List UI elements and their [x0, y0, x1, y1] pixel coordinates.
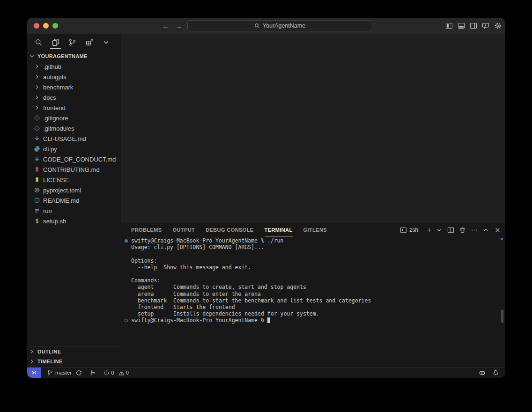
split-terminal-icon[interactable] — [447, 226, 454, 234]
tree-file-item[interactable]: pyproject.toml — [27, 185, 121, 195]
terminal-line: Options: — [131, 258, 498, 264]
panel-tab-output[interactable]: OUTPUT — [173, 223, 195, 236]
feedback-icon[interactable] — [482, 22, 489, 29]
close-window-button[interactable] — [34, 23, 39, 29]
shell-icon: $ — [33, 217, 41, 225]
outline-section-header[interactable]: OUTLINE — [27, 346, 121, 356]
git-icon — [33, 114, 41, 122]
tree-file-item[interactable]: .gitmodules — [27, 123, 121, 133]
chevron-right-icon — [33, 73, 41, 81]
terminal-text: --help Show this message and exit. — [131, 264, 251, 271]
chevron-down-icon[interactable] — [102, 37, 110, 48]
traffic-lights — [34, 23, 58, 29]
tree-file-item[interactable]: $setup.sh — [27, 216, 121, 226]
tree-folder-item[interactable]: frontend — [27, 103, 121, 113]
remote-indicator-button[interactable] — [27, 368, 41, 378]
tree-folder-item[interactable]: docs — [27, 92, 121, 103]
git-branch-status[interactable]: master — [45, 368, 74, 378]
search-icon[interactable] — [35, 37, 43, 48]
file-name: CLI-USAGE.md — [43, 135, 86, 142]
terminal-text: frontend Starts the frontend — [131, 304, 235, 310]
ribbon-yellow-icon — [33, 176, 41, 184]
terminal-text: Commands: — [131, 277, 160, 284]
command-prompt-decoration[interactable] — [125, 319, 128, 322]
panel-header: PROBLEMSOUTPUTDEBUG CONSOLETERMINALGITLE… — [121, 223, 505, 236]
minimize-window-button[interactable] — [43, 23, 49, 29]
gear-icon — [33, 186, 41, 194]
commit-graph-button[interactable] — [88, 368, 98, 378]
git-graph-icon — [89, 369, 96, 376]
terminal-line — [131, 271, 498, 277]
panel-tab-gitlens[interactable]: GITLENS — [303, 223, 327, 236]
git-icon — [33, 125, 41, 132]
file-name: frontend — [43, 104, 66, 111]
terminal-dropdown-chevron-icon[interactable] — [435, 226, 443, 234]
command-center-search[interactable]: YourAgentName — [187, 20, 372, 31]
markdown-icon — [33, 155, 41, 163]
tree-file-item[interactable]: cli.py — [27, 144, 121, 154]
source-control-icon[interactable] — [68, 37, 76, 48]
copilot-icon[interactable] — [479, 369, 486, 376]
chevron-right-icon — [28, 358, 36, 365]
problems-status[interactable]: 0 0 — [103, 370, 132, 376]
tree-file-item[interactable]: CODE_OF_CONDUCT.md — [27, 154, 121, 164]
panel-tab-debug-console[interactable]: DEBUG CONSOLE — [206, 223, 253, 236]
tree-folder-item[interactable]: .github — [27, 61, 121, 72]
tree-file-item[interactable]: README.md — [27, 195, 121, 206]
terminal-text: Usage: cli.py [OPTIONS] COMMAND [ARGS]..… — [131, 244, 264, 250]
explorer-root-folder[interactable]: YOURAGENTNAME — [27, 51, 121, 61]
tree-file-item[interactable]: LICENSE — [27, 175, 121, 185]
bell-icon[interactable] — [492, 369, 499, 376]
chevron-down-icon — [28, 52, 36, 60]
file-name: benchmark — [43, 84, 73, 91]
terminal-shell-tab[interactable]: zsh — [399, 226, 418, 234]
file-name: LICENSE — [43, 177, 69, 184]
zoom-window-button[interactable] — [52, 23, 58, 29]
editor-area[interactable] — [121, 34, 505, 223]
markdown-icon — [33, 135, 41, 142]
command-success-decoration[interactable] — [125, 239, 128, 243]
sync-changes-button[interactable] — [74, 368, 84, 378]
activity-bar — [27, 34, 121, 51]
forward-arrow-icon[interactable]: → — [175, 22, 182, 30]
toggle-sidebar-left-icon[interactable] — [445, 22, 453, 29]
file-name: setup.sh — [43, 218, 66, 225]
tree-file-item[interactable]: CONTRIBUTING.md — [27, 164, 121, 175]
tree-file-item[interactable]: CLI-USAGE.md — [27, 133, 121, 144]
root-folder-label: YOURAGENTNAME — [37, 53, 88, 59]
tree-file-item[interactable]: .gitignore — [27, 113, 121, 123]
terminal-text: benchmark Commands to start the benchmar… — [131, 297, 371, 304]
error-icon — [103, 370, 110, 376]
settings-gear-icon[interactable] — [494, 22, 502, 29]
toggle-panel-icon[interactable] — [458, 22, 465, 29]
error-count: 0 — [111, 370, 114, 375]
terminal-line: setup Installs dependencies needed for y… — [131, 310, 498, 317]
chevron-right-icon — [33, 94, 41, 101]
toggle-sidebar-right-icon[interactable] — [470, 22, 477, 29]
file-name: CODE_OF_CONDUCT.md — [43, 156, 116, 163]
ribbon-red-icon — [33, 166, 41, 173]
panel-tab-terminal[interactable]: TERMINAL — [265, 223, 293, 236]
warning-count: 0 — [126, 370, 129, 375]
terminal-scrollbar-thumb[interactable] — [501, 310, 503, 323]
terminal-line: --help Show this message and exit. — [131, 264, 498, 271]
close-panel-icon[interactable] — [494, 226, 501, 234]
search-text: YourAgentName — [263, 22, 305, 29]
back-arrow-icon[interactable]: ← — [162, 22, 169, 30]
file-explorer-tree: YOURAGENTNAME.githubautogptsbenchmarkdoc… — [27, 51, 121, 346]
more-actions-icon[interactable] — [470, 226, 478, 234]
vscode-window: ← → YourAgentName — [27, 18, 505, 378]
tree-folder-item[interactable]: autogpts — [27, 72, 121, 82]
panel-tab-problems[interactable]: PROBLEMS — [131, 223, 162, 236]
terminal-box-icon — [399, 226, 407, 234]
tree-file-item[interactable]: run — [27, 206, 121, 216]
new-terminal-plus-icon[interactable] — [425, 226, 433, 234]
files-icon[interactable] — [52, 37, 59, 48]
maximize-panel-chevron-icon[interactable] — [482, 226, 489, 234]
file-name: CONTRIBUTING.md — [43, 166, 100, 173]
extensions-icon[interactable] — [85, 37, 93, 48]
terminal-content[interactable]: swifty@Craigs-MacBook-Pro YourAgentName … — [121, 236, 505, 367]
timeline-section-header[interactable]: TIMELINE — [27, 356, 121, 366]
tree-folder-item[interactable]: benchmark — [27, 82, 121, 92]
kill-terminal-trash-icon[interactable] — [458, 226, 466, 234]
